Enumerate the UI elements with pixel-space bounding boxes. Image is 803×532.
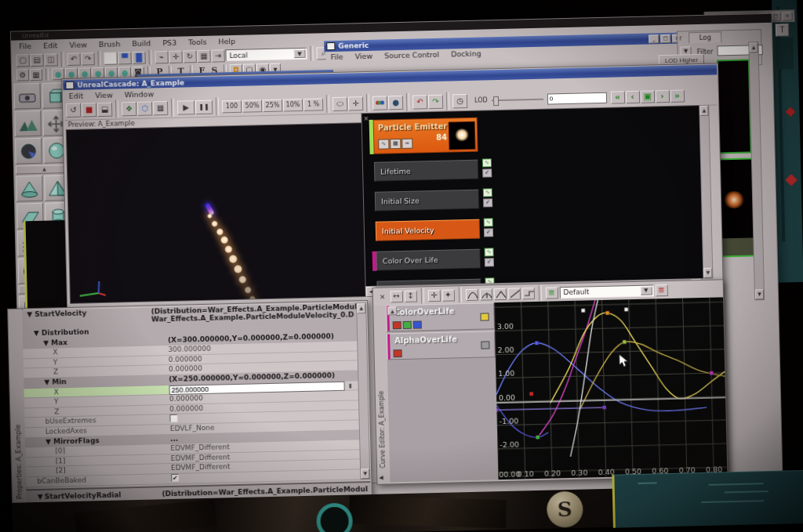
sphere-preview-icon[interactable]: ●: [388, 95, 403, 109]
collapse-left-icon[interactable]: ◀: [379, 475, 383, 481]
rgb-channels-icon[interactable]: [372, 96, 387, 110]
close-icon[interactable]: ×: [363, 115, 369, 122]
lod-add-icon[interactable]: ▣: [640, 90, 654, 103]
wedge-tool-icon[interactable]: [15, 138, 42, 165]
menu-item-ps3[interactable]: PS3: [162, 38, 176, 47]
zoom-50-button[interactable]: 50%: [242, 100, 262, 113]
module-row-lifetime[interactable]: Lifetime: [374, 160, 479, 182]
toolbar-icon-button[interactable]: ◫: [44, 53, 57, 66]
expand-arrow-icon[interactable]: ▼: [34, 329, 42, 337]
module-enabled-checkbox[interactable]: ✔: [483, 198, 492, 207]
curve-track-alphaoverlife[interactable]: AlphaOverLife: [387, 331, 496, 360]
cone-primitive-icon[interactable]: [16, 176, 43, 202]
module-curve-toggle-icon[interactable]: ∿: [484, 248, 493, 256]
expand-arrow-icon[interactable]: ▼: [44, 378, 52, 386]
lod-higher-icon[interactable]: ›: [655, 89, 669, 102]
pause-button[interactable]: ❚❚: [195, 100, 213, 114]
emitter-canvas[interactable]: ×Particle Emitter84∿▦≈Lifetime∿✔Initial …: [361, 105, 703, 287]
restart-sim-icon[interactable]: ↺: [66, 103, 81, 117]
expand-arrow-icon[interactable]: ▼: [27, 310, 35, 318]
menu-item-build[interactable]: Build: [132, 38, 151, 48]
close-icon[interactable]: ×: [380, 292, 386, 300]
scroll-up-icon[interactable]: ▲: [387, 306, 397, 315]
curve-auto-clamped-icon[interactable]: [479, 288, 492, 300]
module-curve-toggle-icon[interactable]: ∿: [482, 158, 492, 167]
fill-mode-button[interactable]: █: [132, 51, 145, 63]
background-color-icon[interactable]: ⬭: [332, 96, 347, 110]
close-icon[interactable]: ×: [782, 12, 792, 20]
menu-item-window[interactable]: Window: [125, 89, 154, 99]
module-row-initial-size[interactable]: Initial Size: [375, 190, 480, 212]
scroll-up-icon[interactable]: ▲: [357, 303, 365, 313]
chevron-down-icon[interactable]: ▼: [293, 49, 305, 58]
redo-icon[interactable]: ↷: [428, 94, 443, 108]
preview-viewport[interactable]: [66, 122, 366, 304]
lod-highest-icon[interactable]: »: [670, 89, 684, 102]
value-spinner[interactable]: ⬍: [347, 382, 353, 389]
toolbar-icon-button[interactable]: ⌁: [154, 50, 168, 63]
lod-slider[interactable]: [492, 95, 543, 104]
module-row-initial-velocity[interactable]: Initial Velocity: [376, 219, 481, 241]
camera-tool-icon[interactable]: [13, 83, 41, 110]
asset-thumbnail[interactable]: [717, 59, 752, 154]
undo-icon[interactable]: ↶: [412, 95, 427, 109]
curve-preset-dropdown[interactable]: Default▼: [559, 284, 653, 299]
emitter-grid-icon[interactable]: ▦: [390, 139, 401, 149]
module-enabled-checkbox[interactable]: ✔: [482, 168, 492, 177]
toolbar-icon-button[interactable]: ↶: [67, 52, 80, 65]
minimize-icon[interactable]: _: [649, 34, 659, 43]
zoom-10-button[interactable]: 10%: [283, 98, 303, 111]
coordinate-system-dropdown[interactable]: Local▼: [225, 48, 307, 61]
realtime-clock-icon[interactable]: ◷: [452, 93, 467, 107]
t-button[interactable]: T: [776, 24, 789, 36]
module-curve-toggle-icon[interactable]: ∿: [484, 218, 493, 226]
orbit-mode-icon[interactable]: ❖: [122, 101, 136, 115]
tab-create-icon[interactable]: ≣: [545, 287, 558, 299]
toolbar-icon-button[interactable]: ↷: [81, 52, 94, 65]
track-visibility-swatch[interactable]: [481, 341, 489, 349]
toolbar-icon-button[interactable]: ▢: [16, 54, 29, 67]
curve-track-coloroverlife[interactable]: ColorOverLife: [386, 302, 495, 331]
lod-lower-icon[interactable]: ‹: [625, 90, 639, 103]
pan-mode-icon[interactable]: ✛: [427, 289, 440, 301]
maximize-icon[interactable]: □: [660, 34, 670, 42]
emitter-thumbnail[interactable]: [449, 121, 476, 150]
menu-item-source-control[interactable]: Source Control: [384, 50, 439, 60]
terrain-tool-icon[interactable]: [14, 110, 42, 137]
track-visibility-swatch[interactable]: [480, 313, 489, 320]
origin-axis-icon[interactable]: ✛: [348, 96, 363, 110]
curve-auto-icon[interactable]: [465, 288, 478, 300]
expand-arrow-icon[interactable]: ▼: [45, 437, 53, 445]
menu-item-docking[interactable]: Docking: [451, 49, 481, 59]
menu-item-view[interactable]: View: [354, 52, 372, 61]
toolbar-icon-button[interactable]: ▦: [30, 69, 42, 81]
zoom-mode-icon[interactable]: ✦: [441, 289, 454, 301]
toolbar-icon-button[interactable]: ▦: [197, 49, 210, 62]
toolbar-icon-button[interactable]: ↻: [183, 50, 196, 63]
scroll-up-icon[interactable]: ▲: [749, 42, 758, 52]
curve-plot-area[interactable]: 3.002.001.000.00-1.00-2.0000.000.100.200…: [494, 297, 727, 480]
curve-linear-icon[interactable]: [507, 288, 520, 299]
module-enabled-checkbox[interactable]: ✔: [484, 228, 493, 237]
checkbox-unchecked[interactable]: [169, 414, 177, 422]
zoom-100-button[interactable]: 100: [222, 100, 242, 113]
menu-item-brush[interactable]: Brush: [99, 39, 121, 49]
thumbnail-camera-icon[interactable]: ⬓: [97, 102, 112, 116]
fill-mode-button[interactable]: ▀: [118, 52, 131, 64]
emitter-header[interactable]: Particle Emitter84∿▦≈: [373, 118, 478, 154]
curve-break-icon[interactable]: [493, 288, 506, 299]
fit-horizontal-icon[interactable]: ↔: [390, 290, 402, 302]
scroll-up-icon[interactable]: ▲: [699, 106, 708, 116]
channel-swatch[interactable]: [393, 321, 402, 329]
chevron-down-icon[interactable]: ▼: [640, 286, 652, 295]
module-enabled-checkbox[interactable]: ✔: [485, 258, 494, 266]
scroll-down-icon[interactable]: ▼: [361, 469, 369, 479]
menu-item-file[interactable]: File: [331, 52, 343, 61]
menu-item-file[interactable]: File: [19, 42, 31, 50]
module-curve-toggle-icon[interactable]: ∿: [483, 188, 492, 197]
toolbar-icon-button[interactable]: ▤: [30, 53, 43, 66]
play-button[interactable]: ▶: [177, 100, 194, 115]
lod-value-input[interactable]: [547, 92, 606, 104]
toolbar-icon-button[interactable]: ⚙: [16, 69, 29, 81]
channel-swatch[interactable]: [394, 349, 402, 357]
